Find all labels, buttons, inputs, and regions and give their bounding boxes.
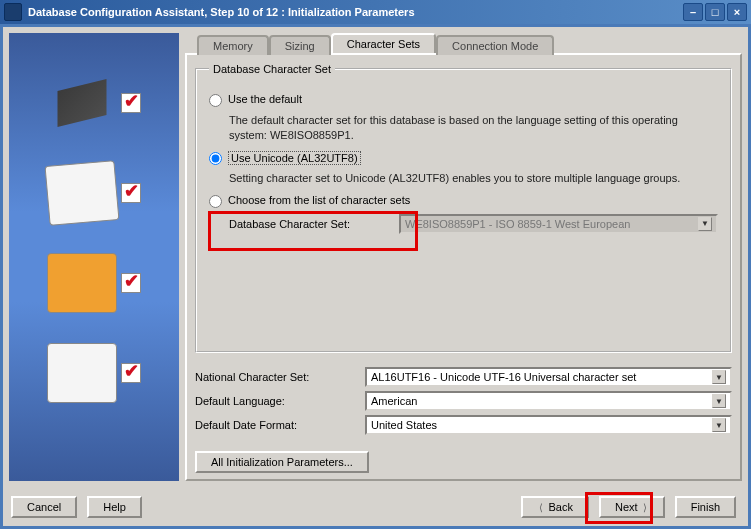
tabs: Memory Sizing Character Sets Connection … xyxy=(197,33,742,53)
next-button[interactable]: Next ⟩ xyxy=(599,496,665,518)
minimize-button[interactable]: – xyxy=(683,3,703,21)
step-1 xyxy=(19,73,169,133)
checkmark-icon xyxy=(121,183,141,203)
step-2 xyxy=(19,163,169,223)
cancel-button[interactable]: Cancel xyxy=(11,496,77,518)
tab-memory[interactable]: Memory xyxy=(197,35,269,55)
radio-use-default[interactable]: Use the default xyxy=(209,93,718,107)
checkmark-icon xyxy=(121,363,141,383)
back-button[interactable]: ⟨ Back xyxy=(521,496,589,518)
chevron-down-icon[interactable]: ▼ xyxy=(712,370,726,384)
chevron-right-icon: ⟩ xyxy=(641,502,649,513)
default-language-label: Default Language: xyxy=(195,395,355,407)
finish-button[interactable]: Finish xyxy=(675,496,736,518)
db-charset-row: Database Character Set: WE8ISO8859P1 - I… xyxy=(229,214,718,234)
window-title: Database Configuration Assistant, Step 1… xyxy=(28,6,683,18)
tab-sizing[interactable]: Sizing xyxy=(269,35,331,55)
title-bar: Database Configuration Assistant, Step 1… xyxy=(0,0,751,24)
pages-icon xyxy=(45,160,120,226)
main-panel: Memory Sizing Character Sets Connection … xyxy=(185,33,742,481)
maximize-button[interactable]: □ xyxy=(705,3,725,21)
radio-choose-list[interactable]: Choose from the list of character sets xyxy=(209,194,718,208)
radio-use-default-input[interactable] xyxy=(209,94,222,107)
question-folder-icon xyxy=(47,343,117,403)
db-charset-group: Database Character Set Use the default T… xyxy=(195,63,732,353)
tab-content: Database Character Set Use the default T… xyxy=(185,53,742,481)
national-charset-value: AL16UTF16 - Unicode UTF-16 Universal cha… xyxy=(371,371,636,383)
default-date-value: United States xyxy=(371,419,437,431)
help-button[interactable]: Help xyxy=(87,496,142,518)
db-charset-combo: WE8ISO8859P1 - ISO 8859-1 West European … xyxy=(399,214,718,234)
db-charset-label: Database Character Set: xyxy=(229,218,389,230)
chevron-down-icon[interactable]: ▼ xyxy=(712,418,726,432)
radio-choose-list-input[interactable] xyxy=(209,195,222,208)
tab-connection-mode[interactable]: Connection Mode xyxy=(436,35,554,55)
next-label: Next xyxy=(615,501,638,513)
wizard-nav-bar: Cancel Help ⟨ Back Next ⟩ Finish xyxy=(11,496,736,518)
default-language-combo[interactable]: American ▼ xyxy=(365,391,732,411)
checkmark-icon xyxy=(121,93,141,113)
all-init-params-button[interactable]: All Initialization Parameters... xyxy=(195,451,369,473)
radio-use-unicode-input[interactable] xyxy=(209,152,222,165)
chevron-down-icon: ▼ xyxy=(698,217,712,231)
shapes-icon xyxy=(47,253,117,313)
tab-character-sets[interactable]: Character Sets xyxy=(331,33,436,53)
checkmark-icon xyxy=(121,273,141,293)
back-label: Back xyxy=(549,501,573,513)
default-date-combo[interactable]: United States ▼ xyxy=(365,415,732,435)
step-3 xyxy=(19,253,169,313)
db-charset-value: WE8ISO8859P1 - ISO 8859-1 West European xyxy=(405,218,630,230)
step-4 xyxy=(19,343,169,403)
group-legend: Database Character Set xyxy=(209,63,335,75)
radio-use-default-label: Use the default xyxy=(228,93,302,105)
close-button[interactable]: × xyxy=(727,3,747,21)
app-icon xyxy=(4,3,22,21)
chevron-down-icon[interactable]: ▼ xyxy=(712,394,726,408)
wizard-steps-sidebar xyxy=(9,33,179,481)
use-unicode-desc: Setting character set to Unicode (AL32UT… xyxy=(229,171,718,186)
use-default-desc: The default character set for this datab… xyxy=(229,113,718,143)
chip-icon xyxy=(47,73,117,133)
default-date-label: Default Date Format: xyxy=(195,419,355,431)
radio-use-unicode-label: Use Unicode (AL32UTF8) xyxy=(228,151,361,165)
national-charset-combo[interactable]: AL16UTF16 - Unicode UTF-16 Universal cha… xyxy=(365,367,732,387)
default-language-value: American xyxy=(371,395,417,407)
national-charset-label: National Character Set: xyxy=(195,371,355,383)
radio-choose-list-label: Choose from the list of character sets xyxy=(228,194,410,206)
chevron-left-icon: ⟨ xyxy=(537,502,545,513)
radio-use-unicode[interactable]: Use Unicode (AL32UTF8) xyxy=(209,151,718,165)
